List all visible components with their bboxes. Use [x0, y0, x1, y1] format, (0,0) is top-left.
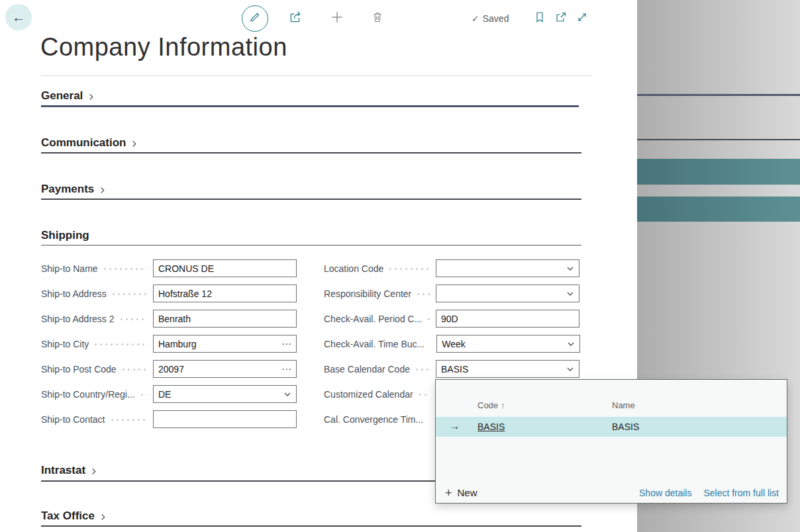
field-value: CRONUS DE [158, 263, 291, 274]
field-value: Hofstraße 12 [158, 288, 291, 299]
dotted-leader [428, 318, 430, 320]
section-payments-underline [41, 199, 581, 200]
chevron-down-icon[interactable] [281, 390, 291, 398]
check-avail-period-input[interactable]: 90D [436, 310, 579, 328]
dotted-leader [417, 293, 430, 295]
save-status-label: Saved [483, 13, 509, 24]
share-button[interactable] [288, 11, 303, 26]
section-communication[interactable]: Communication [41, 136, 138, 150]
field-row: Check-Avail. Period C... 90D [324, 310, 579, 328]
section-shipping-label: Shipping [41, 229, 89, 242]
ship-to-country-label: Ship-to Country/Regi... [41, 389, 135, 400]
share-icon [288, 10, 303, 27]
section-tax-office[interactable]: Tax Office [41, 510, 107, 523]
chevron-down-icon[interactable] [564, 265, 574, 273]
field-value: DE [158, 389, 281, 400]
ship-to-post-code-input[interactable]: 20097 ⋯ [153, 360, 297, 378]
section-shipping[interactable]: Shipping [41, 229, 89, 242]
dotted-leader [141, 394, 147, 396]
back-button[interactable]: ← [5, 4, 32, 30]
column-name-label: Name [612, 400, 635, 410]
chevron-right-icon [99, 513, 107, 521]
expand-button[interactable] [575, 11, 589, 26]
field-row: Base Calendar Code BASIS [324, 360, 579, 378]
lookup-ellipsis-icon[interactable]: ⋯ [279, 363, 291, 375]
new-entry-label: New [458, 487, 477, 498]
field-row: Check-Avail. Time Buc... Week [324, 335, 579, 353]
dotted-leader [111, 419, 148, 421]
field-row: Location Code [324, 259, 579, 277]
ship-to-post-code-label: Ship-to Post Code [41, 364, 117, 375]
new-button[interactable] [330, 11, 344, 26]
bookmark-icon [533, 11, 546, 26]
field-row: Ship-to Post Code 20097 ⋯ [41, 360, 297, 378]
dropdown-column-headers: Code ↑ Name [436, 400, 787, 415]
field-row: Ship-to Name CRONUS DE [41, 259, 297, 277]
bookmark-button[interactable] [532, 11, 547, 26]
customized-calendar-label: Customized Calendar [324, 389, 413, 400]
ship-to-contact-input[interactable] [153, 410, 297, 428]
dotted-leader [121, 318, 147, 320]
field-row: Ship-to Country/Regi... DE [41, 385, 297, 403]
background-highlight-bar [637, 197, 800, 222]
ship-to-country-combobox[interactable]: DE [153, 385, 297, 403]
cal-convergence-time-label: Cal. Convergence Tim... [324, 414, 423, 425]
edit-button[interactable] [242, 5, 268, 32]
column-header-name[interactable]: Name [612, 400, 635, 410]
field-value: Hamburg [158, 339, 279, 349]
field-row: Ship-to Address Hofstraße 12 [41, 285, 297, 302]
section-shipping-underline [41, 245, 581, 245]
field-row: Cal. Convergence Tim... [324, 410, 435, 428]
field-row: Ship-to Address 2 Benrath [41, 310, 297, 328]
plus-icon [330, 10, 344, 27]
select-from-full-list-link[interactable]: Select from full list [703, 488, 779, 498]
ship-to-name-input[interactable]: CRONUS DE [153, 259, 297, 277]
section-general-underline [41, 105, 579, 107]
field-value: BASIS [441, 364, 564, 375]
section-payments[interactable]: Payments [41, 183, 106, 196]
ship-to-address2-label: Ship-to Address 2 [41, 314, 115, 324]
dotted-leader [419, 394, 429, 396]
row-name-value: BASIS [612, 421, 639, 432]
check-avail-period-label: Check-Avail. Period C... [324, 314, 422, 324]
ship-to-contact-label: Ship-to Contact [41, 414, 105, 425]
dropdown-row-basis[interactable]: → BASIS BASIS [436, 417, 787, 437]
ship-to-city-input[interactable]: Hamburg ⋯ [153, 335, 297, 353]
base-calendar-code-combobox[interactable]: BASIS [436, 360, 579, 378]
plus-icon: + [445, 487, 452, 499]
current-row-arrow-icon: → [450, 420, 460, 431]
check-avail-time-bucket-combobox[interactable]: Week [436, 335, 580, 353]
section-intrastat[interactable]: Intrastat [41, 464, 97, 477]
ship-to-address2-input[interactable]: Benrath [153, 310, 297, 328]
expand-icon [575, 11, 589, 26]
chevron-right-icon [99, 187, 106, 194]
popout-icon [554, 11, 568, 26]
chevron-down-icon[interactable] [564, 340, 575, 348]
show-details-link[interactable]: Show details [639, 488, 691, 498]
open-in-window-button[interactable] [554, 11, 568, 26]
dotted-leader [389, 268, 430, 270]
field-row: Ship-to City Hamburg ⋯ [41, 335, 297, 353]
column-header-code[interactable]: Code ↑ [477, 400, 505, 410]
ship-to-city-label: Ship-to City [41, 339, 89, 349]
section-general[interactable]: General [41, 89, 95, 103]
base-calendar-dropdown: Code ↑ Name → BASIS BASIS + New Show det… [435, 379, 787, 504]
new-entry-button[interactable]: + New [445, 487, 477, 499]
chevron-down-icon[interactable] [564, 365, 574, 373]
chevron-right-icon [130, 140, 138, 148]
lookup-ellipsis-icon[interactable]: ⋯ [279, 338, 291, 350]
row-code-link[interactable]: BASIS [477, 421, 505, 432]
delete-button[interactable] [370, 11, 385, 26]
responsibility-center-label: Responsibility Center [324, 288, 411, 299]
chevron-down-icon[interactable] [564, 290, 574, 298]
background-divider [637, 94, 800, 96]
base-calendar-code-label: Base Calendar Code [324, 364, 410, 375]
location-code-combobox[interactable] [436, 259, 579, 277]
ship-to-address-input[interactable]: Hofstraße 12 [153, 285, 297, 302]
responsibility-center-combobox[interactable] [436, 285, 579, 302]
field-row: Customized Calendar [324, 385, 435, 403]
checkmark-icon: ✓ [472, 13, 479, 24]
section-intrastat-label: Intrastat [41, 464, 85, 477]
field-row: Responsibility Center [324, 285, 579, 302]
dropdown-footer: + New Show details Select from full list [436, 482, 787, 503]
